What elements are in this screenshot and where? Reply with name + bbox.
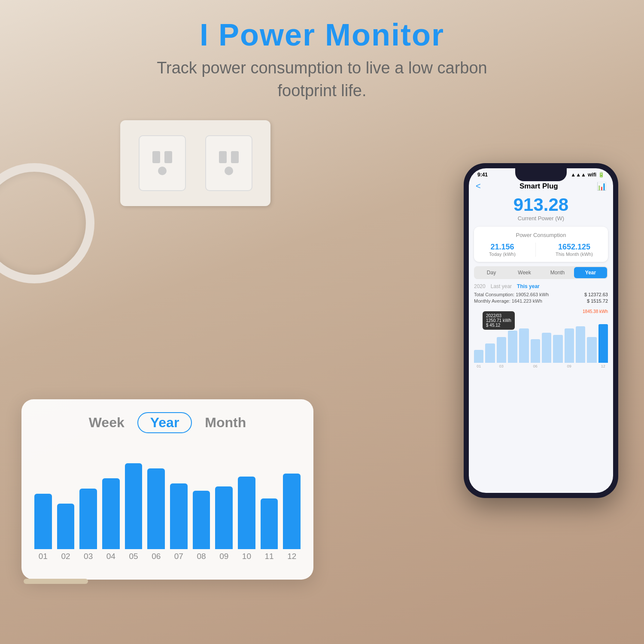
phone-bar-month-label: 06 [531, 364, 540, 368]
monthly-value: 1652.125 [556, 243, 593, 252]
phone-bar [474, 350, 483, 363]
chart-tab-year[interactable]: Year [137, 412, 192, 433]
phone-bar [587, 337, 596, 363]
phone-bar-month-label [542, 364, 551, 368]
monthly-label: This Month (kWh) [556, 252, 593, 257]
phone-bar [576, 326, 585, 363]
bar [102, 478, 120, 549]
bar-group [238, 446, 255, 549]
back-button[interactable]: < [476, 181, 481, 191]
phone-screen: 9:41 ▲▲▲ wifi 🔋 < Smart Plug 📊 913.28 Cu… [469, 168, 613, 493]
wall-outlet [120, 120, 270, 206]
phone-bar [598, 324, 608, 363]
phone-bar-month-label: 12 [598, 364, 608, 368]
today-label: Today (kWh) [489, 252, 516, 257]
bar [238, 477, 255, 549]
outlet-hole [219, 151, 227, 163]
bar [261, 498, 278, 549]
wifi-icon: wifi [588, 172, 596, 178]
divider [535, 243, 536, 257]
outlet-left [139, 135, 186, 191]
tab-week[interactable]: Week [508, 267, 541, 278]
phone-bar [531, 339, 540, 363]
month-label: 02 [57, 552, 75, 561]
status-icons: ▲▲▲ wifi 🔋 [571, 172, 605, 178]
chart-tabs: Week Year Month [34, 412, 301, 433]
status-time: 9:41 [477, 172, 488, 178]
bar-group [193, 446, 210, 549]
chart-card: Week Year Month 010203040506070809101112 [21, 399, 313, 580]
phone-bar-month-label: 09 [565, 364, 574, 368]
phone-bar-month-label [519, 364, 529, 368]
chart-tab-week[interactable]: Week [89, 415, 125, 431]
current-power-value: 913.28 [469, 194, 613, 215]
tab-year[interactable]: Year [574, 267, 607, 278]
outlet-hole [164, 151, 172, 163]
bar-group [147, 446, 165, 549]
year-last[interactable]: Last year [491, 283, 512, 289]
bar [193, 491, 210, 549]
tooltip-cost: $ 45.12 [486, 323, 511, 328]
bar [147, 468, 165, 549]
chart-tooltip: 2022/03 1250.71 kWh $ 45.12 [483, 311, 515, 330]
outlet-right [205, 135, 252, 191]
phone-bar [508, 331, 517, 363]
page-subtitle: Track power consumption to live a low ca… [0, 57, 644, 102]
outlet-hole [152, 151, 160, 163]
bar-group [283, 446, 301, 549]
month-label: 12 [283, 552, 301, 561]
bar-group [125, 446, 143, 549]
phone-bar-month-label [553, 364, 562, 368]
month-label: 03 [79, 552, 97, 561]
phone-bar [565, 328, 574, 363]
bars-container [34, 446, 301, 549]
phone-bar-month-label: 01 [474, 364, 483, 368]
bar-group [79, 446, 97, 549]
signal-icon: ▲▲▲ [571, 172, 586, 178]
consumption-title: Power Consumption [479, 232, 603, 238]
month-label: 08 [193, 552, 210, 561]
total-consumption-label: Total Consumption: 19052.663 kWh [474, 292, 549, 297]
bar [283, 474, 301, 549]
bar-group [215, 446, 233, 549]
chart-tab-month[interactable]: Month [205, 415, 246, 431]
phone-title: Smart Plug [481, 182, 597, 191]
tooltip-kwh: 1250.71 kWh [486, 318, 511, 323]
bar [125, 463, 143, 549]
bar-group [261, 446, 278, 549]
monthly-consumption: 1652.125 This Month (kWh) [556, 243, 593, 257]
bar-group [57, 446, 75, 549]
year-this[interactable]: This year [517, 283, 540, 289]
bar [57, 504, 75, 549]
phone-bar-month-label [485, 364, 495, 368]
today-consumption: 21.156 Today (kWh) [489, 243, 516, 257]
chart-icon[interactable]: 📊 [597, 182, 606, 191]
month-label: 09 [215, 552, 233, 561]
month-label: 07 [170, 552, 188, 561]
bar [34, 494, 52, 549]
phone-mockup: 9:41 ▲▲▲ wifi 🔋 < Smart Plug 📊 913.28 Cu… [464, 163, 618, 498]
bar [79, 489, 97, 549]
phone-bar-month-label [576, 364, 585, 368]
phone-bar [485, 343, 495, 363]
phone-notch [515, 168, 567, 181]
tab-day[interactable]: Day [475, 267, 508, 278]
consumption-section: Power Consumption 21.156 Today (kWh) 165… [474, 227, 608, 262]
max-value-label: 1845.38 kWh [583, 309, 608, 314]
phone-bar-labels: 0103060912 [474, 364, 608, 368]
page-title: I Power Monitor [0, 17, 644, 52]
tooltip-date: 2022/03 [486, 313, 511, 318]
phone-bar [553, 335, 562, 363]
year-2020[interactable]: 2020 [474, 283, 486, 289]
monthly-avg-label: Monthly Average: 1641.223 kWh [474, 298, 542, 304]
phone-chart: 1845.38 kWh 2022/03 1250.71 kWh $ 45.12 … [474, 307, 608, 376]
header: I Power Monitor Track power consumption … [0, 17, 644, 102]
month-label: 04 [102, 552, 120, 561]
tab-month[interactable]: Month [541, 267, 574, 278]
lamp-base [24, 579, 88, 584]
current-power-label: Current Power (W) [469, 215, 613, 222]
view-tabs: Day Week Month Year [474, 266, 608, 279]
month-label: 05 [125, 552, 143, 561]
month-labels: 010203040506070809101112 [34, 552, 301, 561]
stats-section: Total Consumption: 19052.663 kWh $ 12372… [469, 292, 613, 304]
